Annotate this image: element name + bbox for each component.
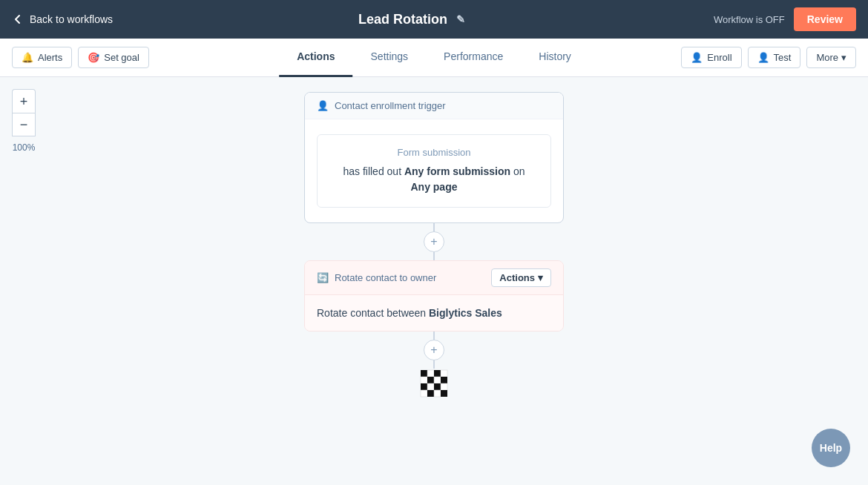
finish-flag-icon (419, 369, 449, 398)
svg-rect-4 (421, 377, 427, 383)
sec-nav-left: 🔔 Alerts 🎯 Set goal (12, 47, 149, 68)
back-arrow-icon (12, 13, 24, 25)
connector-1: + (424, 223, 444, 260)
action-node[interactable]: 🔄 Rotate contact to owner Actions ▾ Rota… (304, 260, 564, 331)
action-node-body: Rotate contact between Biglytics Sales (305, 295, 563, 331)
test-button[interactable]: 👤 Test (748, 47, 801, 68)
svg-rect-15 (441, 390, 447, 397)
svg-rect-2 (434, 370, 441, 377)
connector-line-2b (433, 360, 435, 369)
workflow-name: Lead Rotation (358, 12, 447, 27)
trigger-node[interactable]: 👤 Contact enrollment trigger Form submis… (304, 92, 564, 223)
zoom-level: 100% (12, 142, 36, 153)
svg-rect-3 (441, 370, 447, 377)
action-node-header: 🔄 Rotate contact to owner Actions ▾ (305, 261, 563, 295)
end-node (419, 369, 449, 398)
connector-line-1 (433, 223, 435, 231)
back-to-workflows[interactable]: Back to workflows (12, 13, 113, 25)
test-icon: 👤 (757, 52, 769, 63)
workflow-title-area: Lead Rotation ✎ (358, 12, 468, 27)
trigger-header-label: Contact enrollment trigger (335, 100, 446, 111)
back-label: Back to workflows (30, 13, 113, 25)
zoom-out-button[interactable]: − (12, 113, 36, 136)
trigger-text: has filled out Any form submission on An… (329, 164, 539, 195)
svg-rect-6 (434, 377, 441, 383)
secondary-nav: 🔔 Alerts 🎯 Set goal Actions Settings Per… (0, 39, 868, 77)
chevron-down-icon-2: ▾ (538, 272, 543, 283)
tab-settings[interactable]: Settings (353, 39, 427, 77)
svg-rect-7 (441, 377, 447, 383)
review-button[interactable]: Review (794, 7, 856, 31)
svg-rect-9 (427, 383, 434, 390)
more-button[interactable]: More ▾ (806, 47, 856, 68)
trigger-title: Form submission (329, 147, 539, 158)
workflow-nodes: 👤 Contact enrollment trigger Form submis… (293, 92, 575, 485)
bell-icon: 🔔 (22, 52, 33, 63)
edit-workflow-name-icon[interactable]: ✎ (453, 12, 468, 27)
trigger-node-header: 👤 Contact enrollment trigger (305, 93, 563, 119)
actions-dropdown-button[interactable]: Actions ▾ (491, 268, 551, 287)
top-bar: Back to workflows Lead Rotation ✎ Workfl… (0, 0, 868, 39)
enroll-icon: 👤 (691, 52, 703, 63)
svg-rect-13 (427, 390, 434, 397)
connector-line-1b (433, 252, 435, 260)
contact-icon: 👤 (317, 100, 329, 111)
alerts-button[interactable]: 🔔 Alerts (12, 47, 72, 68)
svg-rect-10 (434, 383, 441, 390)
sec-nav-right: 👤 Enroll 👤 Test More ▾ (681, 47, 856, 68)
svg-rect-5 (427, 377, 434, 383)
tab-actions[interactable]: Actions (279, 39, 352, 77)
chevron-down-icon: ▾ (841, 52, 846, 63)
svg-rect-8 (421, 383, 427, 390)
svg-rect-12 (421, 390, 427, 397)
action-header-label: Rotate contact to owner (335, 272, 436, 283)
connector-line-2 (433, 331, 435, 340)
rotate-icon: 🔄 (317, 272, 329, 283)
alerts-label: Alerts (38, 52, 62, 63)
enroll-button[interactable]: 👤 Enroll (681, 47, 741, 68)
add-step-button-1[interactable]: + (424, 231, 444, 252)
tab-performance[interactable]: Performance (426, 39, 521, 77)
svg-rect-0 (421, 370, 427, 377)
svg-rect-1 (427, 370, 434, 377)
add-step-button-2[interactable]: + (424, 340, 444, 360)
zoom-controls: + − 100% (12, 89, 36, 136)
tab-history[interactable]: History (521, 39, 589, 77)
workflow-canvas: + − 100% 👤 Contact enrollment trigger Fo… (0, 77, 868, 485)
top-bar-right: Workflow is OFF Review (714, 7, 856, 31)
nav-tabs: Actions Settings Performance History (279, 39, 589, 77)
help-button[interactable]: Help (812, 429, 850, 467)
connector-2: + (424, 331, 444, 369)
trigger-node-body: Form submission has filled out Any form … (305, 119, 563, 222)
trigger-inner-card[interactable]: Form submission has filled out Any form … (317, 134, 551, 208)
zoom-in-button[interactable]: + (12, 89, 36, 113)
set-goal-label: Set goal (104, 52, 139, 63)
svg-rect-14 (434, 390, 441, 397)
workflow-status: Workflow is OFF (714, 14, 785, 25)
set-goal-button[interactable]: 🎯 Set goal (78, 47, 149, 68)
action-header-left: 🔄 Rotate contact to owner (317, 272, 436, 283)
goal-icon: 🎯 (88, 52, 99, 63)
svg-rect-11 (441, 383, 447, 390)
